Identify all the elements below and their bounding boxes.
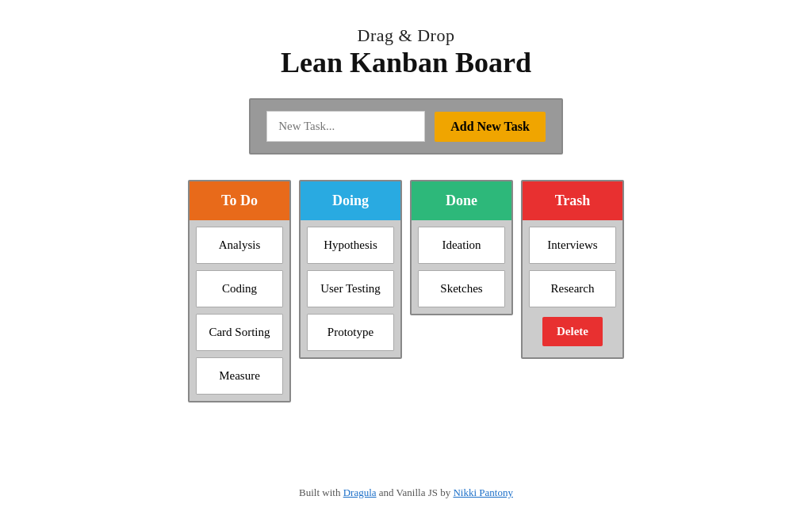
new-task-input[interactable] — [266, 111, 425, 142]
dragula-link[interactable]: Dragula — [343, 486, 377, 498]
column-body-done: IdeationSketches — [412, 220, 511, 314]
column-trash: TrashInterviewsResearchDelete — [521, 180, 624, 359]
footer-text-2: and Vanilla JS by — [377, 486, 454, 498]
page-title: Lean Kanban Board — [281, 46, 531, 79]
task-card[interactable]: Measure — [196, 357, 283, 395]
footer-text-1: Built with — [299, 486, 343, 498]
column-header-trash: Trash — [523, 181, 622, 220]
task-card[interactable]: Analysis — [196, 227, 283, 264]
kanban-board: To DoAnalysisCodingCard SortingMeasureDo… — [188, 180, 624, 402]
column-body-doing: HypothesisUser TestingPrototype — [301, 220, 400, 357]
column-header-done: Done — [412, 181, 511, 220]
column-body-todo: AnalysisCodingCard SortingMeasure — [190, 220, 289, 401]
column-todo: To DoAnalysisCodingCard SortingMeasure — [188, 180, 291, 402]
task-card[interactable]: Research — [529, 270, 616, 307]
task-card[interactable]: Hypothesis — [307, 227, 394, 264]
task-card[interactable]: Interviews — [529, 227, 616, 264]
task-card[interactable]: Sketches — [418, 270, 505, 307]
column-header-todo: To Do — [190, 181, 289, 220]
column-done: DoneIdeationSketches — [410, 180, 513, 315]
task-card[interactable]: Card Sorting — [196, 314, 283, 351]
column-header-doing: Doing — [301, 181, 400, 220]
task-card[interactable]: Ideation — [418, 227, 505, 264]
add-task-container: Add New Task — [249, 98, 563, 154]
page-footer: Built with Dragula and Vanilla JS by Nik… — [299, 486, 513, 515]
delete-button[interactable]: Delete — [542, 317, 603, 346]
task-card[interactable]: Coding — [196, 270, 283, 307]
task-card[interactable]: Prototype — [307, 314, 394, 351]
column-doing: DoingHypothesisUser TestingPrototype — [299, 180, 402, 359]
task-card[interactable]: User Testing — [307, 270, 394, 307]
page-header: Drag & Drop Lean Kanban Board — [281, 25, 531, 79]
add-task-button[interactable]: Add New Task — [435, 112, 546, 142]
page-subtitle: Drag & Drop — [281, 25, 531, 46]
column-body-trash: InterviewsResearchDelete — [523, 220, 622, 357]
author-link[interactable]: Nikki Pantony — [453, 486, 512, 498]
